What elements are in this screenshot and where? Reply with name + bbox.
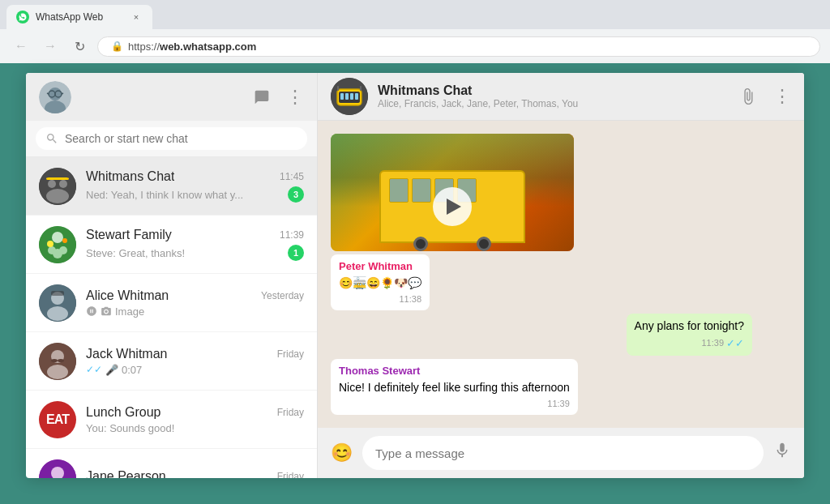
message-sender-peter: Peter Whitman [339, 259, 421, 274]
messages-area: How cool is that! 11:38 Peter Whitman 😊🚋… [318, 121, 804, 428]
chat-item-jack[interactable]: Jack Whitman Friday ✓✓ 🎤 0:07 [26, 332, 317, 391]
chat-item-alice[interactable]: Alice Whitman Yesterday Image [26, 274, 317, 332]
chat-badge-whitmans: 3 [288, 186, 304, 203]
svg-point-17 [53, 249, 62, 258]
svg-point-10 [59, 180, 67, 188]
message-thomas: Thomas Stewart Nice! I definitely feel l… [331, 359, 578, 415]
message-input[interactable] [362, 436, 764, 470]
tab-bar: WhatsApp Web × [0, 0, 830, 29]
search-input-wrap[interactable] [36, 127, 307, 150]
chat-preview-whitmans: Ned: Yeah, I think I know what y... [86, 189, 288, 201]
chat-avatar-whitmans [39, 168, 76, 205]
svg-point-28 [58, 359, 64, 362]
search-icon [45, 132, 58, 145]
message-peter-emoji: Peter Whitman 😊🚋😄🌻🐶💬 11:38 [331, 254, 430, 310]
sidebar-header: ⋮ [26, 73, 317, 121]
chat-preview-lunch: You: Sounds good! [86, 422, 304, 434]
chat-header-info: Whitmans Chat Alice, Francis, Jack, Jane… [378, 83, 729, 109]
browser-toolbar: ← → ↻ 🔒 https://web.whatsapp.com [0, 29, 830, 63]
search-input[interactable] [65, 132, 297, 145]
double-check-icon: ✓✓ [86, 364, 102, 375]
chat-info-whitmans: Whitmans Chat 11:45 Ned: Yeah, I think I… [86, 169, 304, 203]
lock-icon: 🔒 [111, 41, 123, 52]
svg-rect-23 [51, 291, 64, 296]
chat-item-jane[interactable]: Jane Pearson Friday [26, 449, 317, 478]
chat-item-lunch[interactable]: EAT Lunch Group Friday You: Sounds good! [26, 391, 317, 449]
chat-header-name: Whitmans Chat [378, 83, 729, 98]
chat-menu-button[interactable]: ⋮ [773, 86, 791, 107]
message-text-thomas: Nice! I definitely feel like surfing thi… [339, 380, 570, 396]
svg-point-22 [47, 306, 68, 321]
chat-name-stewart: Stewart Family [86, 228, 172, 242]
browser-window: WhatsApp Web × ← → ↻ 🔒 https://web.whats… [0, 0, 830, 504]
chat-avatar-jane [39, 459, 76, 479]
svg-rect-39 [337, 86, 339, 91]
chat-name-whitmans: Whitmans Chat [86, 169, 174, 184]
chat-time-whitmans: 11:45 [280, 171, 304, 182]
chat-time-jane: Friday [277, 471, 304, 478]
play-triangle-icon [447, 199, 461, 215]
chat-preview-jack: ✓✓ 🎤 0:07 [86, 364, 304, 376]
chat-list: Whitmans Chat 11:45 Ned: Yeah, I think I… [26, 157, 317, 478]
chat-avatar-lunch: EAT [39, 401, 76, 438]
svg-point-26 [47, 365, 68, 379]
tab-title-text: WhatsApp Web [36, 11, 123, 23]
back-button[interactable]: ← [10, 35, 32, 58]
chat-time-alice: Yesterday [261, 290, 304, 301]
mic-preview-icon: 🎤 [105, 364, 118, 376]
svg-rect-35 [340, 93, 344, 100]
chat-info-stewart: Stewart Family 11:39 Steve: Great, thank… [86, 228, 304, 261]
chat-avatar-jack [39, 343, 76, 380]
svg-line-7 [62, 93, 63, 94]
play-button[interactable] [433, 187, 472, 226]
svg-rect-38 [355, 93, 358, 100]
camera-icon [86, 305, 97, 317]
message-time-thomas: 11:39 [339, 398, 570, 410]
new-chat-button[interactable] [254, 89, 270, 105]
chat-info-alice: Alice Whitman Yesterday Image [86, 288, 304, 318]
refresh-button[interactable]: ↻ [68, 35, 91, 58]
chat-input-area: 😊 [318, 428, 804, 478]
chat-info-jane: Jane Pearson Friday [86, 469, 304, 478]
url-text: https://web.whatsapp.com [128, 41, 256, 53]
chat-name-jack: Jack Whitman [86, 347, 167, 361]
read-receipt-icon: ✓✓ [726, 336, 744, 351]
message-text-peter: 😊🚋😄🌻🐶💬 [339, 275, 421, 292]
chat-item-whitmans[interactable]: Whitmans Chat 11:45 Ned: Yeah, I think I… [26, 157, 317, 216]
search-bar [26, 121, 317, 157]
svg-rect-36 [345, 93, 349, 100]
message-video: How cool is that! 11:38 [331, 134, 574, 251]
chat-name-alice: Alice Whitman [86, 288, 169, 303]
chat-item-stewart[interactable]: Stewart Family 11:39 Steve: Great, thank… [26, 216, 317, 274]
chat-name-lunch: Lunch Group [86, 405, 161, 420]
svg-rect-12 [46, 177, 69, 180]
message-outgoing-plans: Any plans for tonight? 11:39 ✓✓ [627, 314, 752, 356]
mic-button[interactable] [773, 442, 791, 464]
user-avatar[interactable] [39, 81, 71, 113]
group-chat-avatar[interactable] [331, 78, 368, 115]
browser-body: ⋮ [0, 63, 830, 504]
tab-favicon [16, 11, 29, 23]
chat-header-members: Alice, Francis, Jack, Jane, Peter, Thoma… [378, 98, 729, 109]
emoji-button[interactable]: 😊 [331, 442, 353, 463]
tab-close-button[interactable]: × [130, 11, 143, 23]
attach-button[interactable] [739, 88, 757, 105]
chat-badge-stewart: 1 [288, 245, 304, 261]
chat-info-jack: Jack Whitman Friday ✓✓ 🎤 0:07 [86, 347, 304, 376]
app-container: ⋮ [26, 73, 804, 478]
chat-info-lunch: Lunch Group Friday You: Sounds good! [86, 405, 304, 434]
video-thumbnail [331, 134, 574, 251]
menu-button[interactable]: ⋮ [286, 87, 304, 108]
chat-avatar-stewart [39, 226, 76, 263]
message-time-outgoing: 11:39 ✓✓ [635, 336, 744, 351]
chat-time-stewart: 11:39 [280, 229, 304, 241]
forward-button[interactable]: → [39, 35, 62, 58]
chat-time-jack: Friday [277, 348, 304, 360]
address-bar[interactable]: 🔒 https://web.whatsapp.com [97, 36, 820, 57]
svg-point-19 [62, 238, 67, 243]
svg-line-6 [47, 93, 49, 94]
chat-preview-alice: Image [86, 305, 304, 318]
chat-preview-stewart: Steve: Great, thanks! [86, 247, 288, 259]
browser-tab[interactable]: WhatsApp Web × [6, 5, 152, 29]
svg-point-27 [51, 359, 58, 362]
